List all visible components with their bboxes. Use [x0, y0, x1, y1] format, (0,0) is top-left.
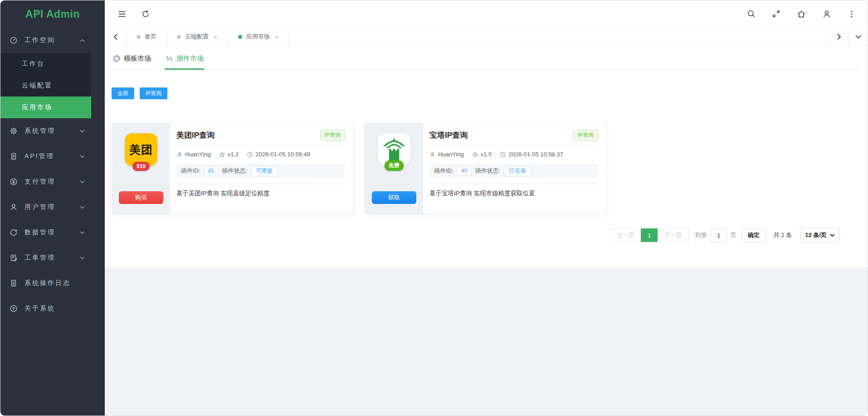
author-icon [176, 151, 183, 158]
category-filters: 全部 IP查询 [112, 87, 861, 99]
refresh-icon[interactable] [141, 10, 150, 19]
chevron-down-icon [830, 234, 835, 237]
plugin-description: 基于美团IP查询 实现县级定位精度 [176, 189, 345, 198]
page-tabs-bar: 首页 云端配置 × 应用市场 × [105, 28, 868, 46]
sidebar-item-app-market[interactable]: 应用市场 [0, 97, 91, 118]
page-number-input[interactable] [711, 228, 727, 242]
chevron-down-icon [80, 180, 85, 184]
sidebar-menu: 工作空间 工作台 云端配置 应用市场 系统管理 [0, 28, 91, 321]
tab-cloud-config[interactable]: 云端配置 × [167, 28, 228, 46]
top-header [105, 0, 868, 28]
plugin-id-value: 40 [457, 166, 472, 175]
tabs-scroll-left-icon[interactable] [105, 28, 127, 46]
document-icon [10, 152, 18, 160]
ticket-icon [10, 254, 18, 262]
account-icon[interactable] [822, 10, 831, 19]
next-page-button[interactable]: 下一页 [658, 228, 689, 242]
home-icon[interactable] [797, 10, 806, 19]
sidebar-item-workspace[interactable]: 工作空间 [0, 28, 91, 53]
plugin-status-value[interactable]: 可更新 [251, 166, 278, 176]
chevron-down-icon [80, 231, 85, 234]
jump-suffix-label: 页 [731, 231, 736, 239]
close-icon[interactable]: × [275, 33, 279, 41]
sidebar-item-label: 系统操作日志 [24, 279, 85, 287]
prev-page-button[interactable]: 上一页 [610, 228, 641, 242]
sidebar-item-label: 支付管理 [24, 178, 80, 186]
tab-label: 云端配置 [185, 33, 209, 41]
log-icon [10, 279, 18, 287]
clock-icon [247, 151, 253, 158]
chevron-down-icon [80, 206, 85, 209]
plugin-meta: HuanYing v1.0 2026-01-05 10:58:37 [429, 151, 598, 158]
clock-icon [500, 151, 506, 158]
yen-circle-icon [10, 178, 18, 186]
sidebar-item-label: 工作台 [22, 60, 45, 68]
search-icon[interactable] [747, 10, 756, 18]
get-button[interactable]: 获取 [372, 191, 416, 204]
version-text: v1.0 [481, 151, 492, 158]
plugin-description: 基于宝塔IP查询 实现市级精度获取位置 [429, 189, 598, 198]
sidebar-item-user-mgmt[interactable]: 用户管理 [0, 194, 91, 220]
sidebar-item-about-system[interactable]: 关于系统 [0, 296, 91, 321]
filter-ip-query-button[interactable]: IP查询 [140, 87, 167, 99]
tabs-spacer [289, 28, 829, 46]
sidebar-item-label: 云端配置 [22, 82, 53, 90]
page-size-select[interactable]: 12 条/页 [800, 228, 840, 242]
plugin-status-label: 插件状态: [222, 167, 248, 175]
category-tag: IP查询 [320, 130, 345, 141]
sidebar-item-label: 用户管理 [24, 203, 80, 211]
sidebar-item-workbench[interactable]: 工作台 [0, 53, 91, 75]
market-tab-label: 插件市场 [176, 54, 204, 63]
content-area: 模板市场 插件市场 全部 IP查询 [105, 46, 868, 416]
updated-at: 2026-01-05 10:58:37 [508, 151, 563, 158]
plugin-id-label: 插件ID: [181, 167, 200, 175]
dashboard-icon [10, 36, 18, 44]
tabs-scroll-right-icon[interactable] [829, 28, 848, 46]
sidebar-item-api-mgmt[interactable]: API管理 [0, 144, 91, 169]
close-icon[interactable]: × [214, 33, 218, 41]
tab-app-market[interactable]: 应用市场 × [228, 28, 289, 46]
sidebar-item-operation-log[interactable]: 系统操作日志 [0, 271, 91, 296]
more-options-icon[interactable] [848, 10, 856, 18]
plugin-cards: 美团 ¥10 购买 美团IP查询 IP查询 [112, 123, 861, 214]
tab-template-market[interactable]: 模板市场 [112, 54, 152, 69]
author-icon [429, 151, 436, 158]
filter-all-button[interactable]: 全部 [112, 87, 134, 99]
author-name: HuanYing [438, 151, 464, 158]
total-count-label: 共 2 条 [774, 231, 792, 239]
sidebar-item-cloud-config[interactable]: 云端配置 [0, 75, 91, 97]
divider [176, 145, 345, 145]
sidebar-item-system-mgmt[interactable]: 系统管理 [0, 118, 91, 144]
version-star-icon [219, 151, 225, 158]
chevron-down-icon [80, 256, 85, 260]
plugin-title: 宝塔IP查询 [429, 130, 468, 140]
dashed-divider [176, 184, 345, 184]
tab-plugin-market[interactable]: 插件市场 [165, 54, 205, 69]
sidebar-item-label: 系统管理 [24, 127, 80, 135]
tab-home[interactable]: 首页 [127, 28, 167, 46]
page-size-value: 12 条/页 [805, 231, 827, 239]
market-tab-label: 模板市场 [124, 54, 151, 63]
sidebar-item-payment-mgmt[interactable]: 支付管理 [0, 169, 91, 194]
tab-status-dot [177, 35, 181, 39]
palette-icon [113, 55, 121, 63]
sidebar-item-label: 数据管理 [24, 228, 80, 237]
jump-prefix-label: 到第 [695, 231, 707, 239]
collapse-menu-icon[interactable] [117, 10, 127, 19]
tabs-menu-icon[interactable] [848, 28, 868, 46]
plugin-meta: HuanYing v1.2 2026-01-05 10:59:49 [176, 151, 345, 158]
sidebar-item-label: API管理 [24, 152, 80, 160]
plugin-id-row: 插件ID: 41 插件状态: 可更新 [176, 164, 345, 178]
current-page-button[interactable]: 1 [641, 228, 658, 242]
plugin-id-value: 41 [204, 166, 219, 175]
sidebar-item-label: 应用市场 [22, 103, 53, 111]
confirm-page-button[interactable]: 确定 [742, 228, 766, 242]
sidebar-item-data-mgmt[interactable]: 数据管理 [0, 220, 91, 245]
buy-button[interactable]: 购买 [119, 191, 163, 204]
card-left-pane: 免费 获取 [365, 123, 423, 214]
sidebar-item-ticket-mgmt[interactable]: 工单管理 [0, 245, 91, 271]
sidebar-item-label: 工单管理 [24, 254, 80, 262]
plugin-status-value[interactable]: 已安装 [504, 166, 531, 176]
fullscreen-icon[interactable] [772, 10, 780, 18]
card-body: 宝塔IP查询 IP查询 HuanYing v1.0 2026-01-05 10:… [423, 123, 606, 214]
